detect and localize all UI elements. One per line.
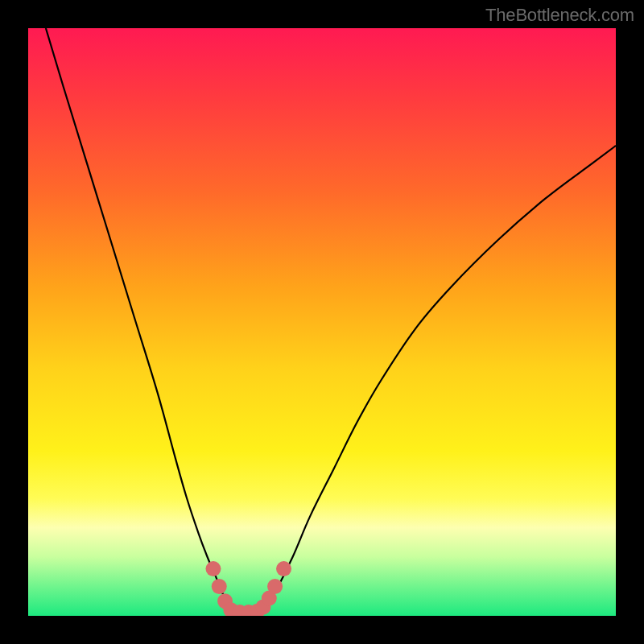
marker-dot: [276, 561, 291, 576]
gradient-background: [28, 28, 616, 616]
watermark-text: TheBottleneck.com: [485, 5, 634, 26]
bottleneck-chart: [28, 28, 616, 616]
plot-area: [28, 28, 616, 616]
marker-dot: [205, 561, 221, 576]
chart-frame: TheBottleneck.com: [0, 0, 644, 644]
marker-dot: [267, 579, 283, 594]
marker-dot: [212, 579, 227, 594]
